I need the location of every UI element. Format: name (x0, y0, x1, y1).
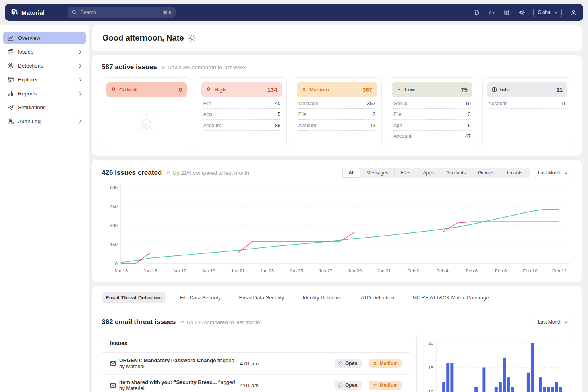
line-series-current-period (121, 209, 559, 263)
breakdown-row: File3 (393, 109, 470, 120)
filter-tab-accounts[interactable]: Accounts (440, 168, 472, 177)
severity-pill: Info11 (487, 82, 567, 97)
detection-tab-mitre-att-ck-matrix-coverage[interactable]: MITRE ATT&CK Matrix Coverage (408, 292, 493, 303)
mail-icon (110, 383, 116, 388)
issue-title: Item shared with you: "Security Breac...… (110, 379, 237, 391)
filter-tab-messages[interactable]: Messages (360, 168, 394, 177)
period-dropdown[interactable]: Last Month (534, 317, 572, 327)
issue-title: URGENT: Mandatory Password Change flagge… (110, 357, 237, 369)
severity-card-low[interactable]: Low75Group19File3App6Account47 (387, 77, 477, 147)
sidebar-item-issues[interactable]: Issues (3, 46, 86, 58)
breakdown-row: Message352 (298, 98, 375, 109)
svg-text:10: 10 (428, 390, 433, 392)
launch-icon[interactable] (473, 9, 480, 16)
sidebar-item-label: Simulations (18, 104, 46, 110)
severity-count: 11 (556, 86, 563, 93)
gear-icon[interactable] (518, 9, 525, 16)
bar (446, 363, 449, 392)
severity-label: Low (404, 87, 415, 93)
audit-log-icon (7, 118, 14, 125)
severity-badge[interactable]: Medium (369, 359, 402, 368)
severity-breakdown: Message352File2Account13 (297, 97, 377, 131)
issues-created-line-chart: 0150300450600Jan 13Jan 15Jan 17Jan 19Jan… (102, 182, 572, 278)
sun-icon (188, 34, 196, 42)
breakdown-row: Account11 (489, 98, 566, 109)
status-badge[interactable]: Open (335, 381, 362, 390)
bar (450, 363, 453, 392)
severity-card-high[interactable]: High134File40App5Account89 (197, 77, 286, 147)
sidebar-item-reports[interactable]: Reports (3, 87, 86, 100)
sidebar-item-detections[interactable]: Detections (3, 60, 86, 72)
severity-breakdown: File40App5Account89 (201, 97, 282, 131)
issues-created-trend: Up 21% compared to last month (166, 170, 249, 176)
breakdown-label: File (203, 101, 211, 106)
arrow-up-right-icon (180, 320, 184, 324)
breakdown-value: 6 (468, 123, 471, 128)
chevron-down-icon (564, 172, 568, 174)
sidebar-item-audit-log[interactable]: Audit Log (3, 115, 86, 127)
doc-icon[interactable] (503, 9, 510, 16)
severity-label: High (214, 87, 226, 93)
breakdown-row: App6 (393, 120, 470, 131)
sidebar-item-simulations[interactable]: Simulations (3, 101, 86, 114)
severity-card-medium[interactable]: Medium367Message352File2Account13 (292, 77, 382, 147)
entity-filter-tabs: AllMessagesFilesAppsAccountsGroupsTenant… (342, 168, 530, 178)
breakdown-label: Account (298, 123, 316, 128)
search-input[interactable] (80, 10, 160, 15)
breakdown-label: App (203, 112, 212, 117)
svg-text:Feb 12: Feb 12 (552, 268, 567, 273)
filter-tab-files[interactable]: Files (394, 168, 416, 177)
breakdown-row: File40 (203, 98, 280, 109)
severity-count: 0 (179, 86, 182, 93)
brand-logo[interactable]: Material (11, 9, 44, 16)
detection-tab-identity-detection[interactable]: Identity Detection (299, 292, 346, 303)
search-box[interactable]: ⌘ K (68, 7, 176, 18)
svg-text:Jan 31: Jan 31 (377, 268, 391, 273)
code-icon[interactable] (488, 9, 495, 16)
global-scope-label: Global (538, 10, 551, 15)
severity-card-info[interactable]: Info11Account11 (482, 77, 572, 147)
sidebar-item-overview[interactable]: Overview (3, 32, 86, 44)
breakdown-value: 11 (561, 101, 566, 106)
filter-tab-apps[interactable]: Apps (417, 168, 440, 177)
line-series-previous-period (121, 222, 559, 264)
severity-card-critical[interactable]: Critical0 (102, 77, 191, 147)
severity-badge[interactable]: Medium (369, 381, 402, 390)
sidebar-nav: OverviewIssuesDetectionsExplorerReportsS… (0, 25, 89, 392)
status-badge[interactable]: Open (335, 359, 362, 368)
period-dropdown[interactable]: Last Month (534, 168, 572, 178)
svg-text:Jan 19: Jan 19 (202, 268, 216, 273)
filter-tab-tenants[interactable]: Tenants (500, 168, 529, 177)
detection-tab-ato-detection[interactable]: ATO Detection (357, 292, 398, 303)
chevron-right-icon (79, 91, 82, 96)
issue-row[interactable]: Item shared with you: "Security Breac...… (102, 375, 410, 392)
issue-time: 4:01 am (240, 361, 331, 367)
filter-tab-all[interactable]: All (342, 168, 360, 178)
breakdown-label: Account (393, 133, 411, 139)
detection-tab-file-data-security[interactable]: File Data Security (176, 292, 225, 303)
mail-icon (110, 361, 116, 366)
breakdown-value: 5 (278, 112, 280, 117)
breakdown-row: App5 (203, 109, 280, 120)
simulations-icon (7, 104, 14, 111)
filter-tab-groups[interactable]: Groups (472, 168, 499, 177)
breakdown-row: Account13 (298, 120, 375, 131)
breakdown-value: 3 (468, 112, 471, 117)
sidebar-item-explorer[interactable]: Explorer (3, 73, 86, 86)
detection-tab-email-threat-detection[interactable]: Email Threat Detection (102, 292, 166, 303)
chevron-triple-up-icon (111, 87, 116, 92)
chevron-double-up-icon (302, 87, 306, 92)
bar (555, 382, 558, 392)
global-scope-dropdown[interactable]: Global (533, 8, 562, 17)
issue-row[interactable]: URGENT: Mandatory Password Change flagge… (102, 353, 410, 375)
arrow-up-right-icon (166, 170, 170, 175)
breakdown-value: 2 (373, 112, 375, 117)
email-threats-bar-chart: 101520 (419, 340, 568, 392)
user-icon[interactable] (570, 9, 577, 16)
breakdown-label: File (298, 112, 306, 117)
email-threats-trend: Up 6% compared to last month (180, 319, 260, 325)
detection-tab-email-data-security[interactable]: Email Data Security (235, 292, 288, 303)
svg-text:Jan 13: Jan 13 (114, 268, 128, 273)
severity-label: Info (500, 87, 510, 93)
active-issues-title: 587 active issues (102, 63, 157, 71)
